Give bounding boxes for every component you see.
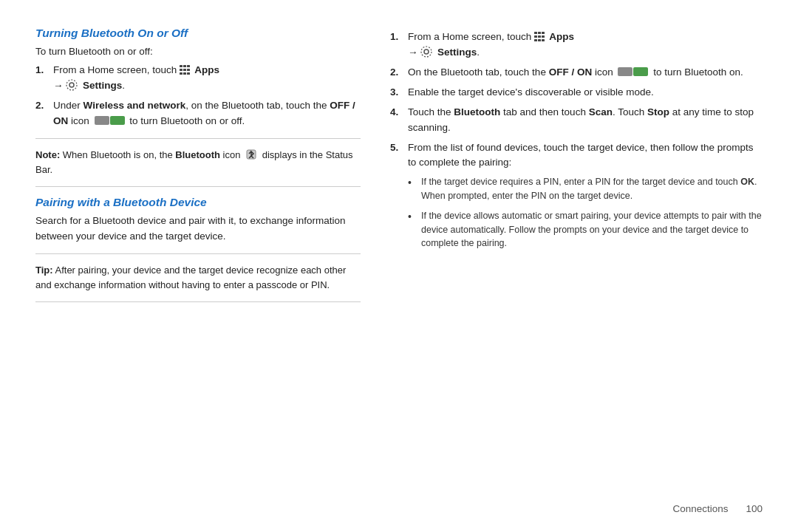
svg-point-0 (69, 83, 74, 87)
bluetooth-icon (245, 149, 257, 160)
section1-title: Turning Bluetooth On or Off (35, 27, 361, 40)
settings-icon-1 (66, 79, 78, 91)
left-column: Turning Bluetooth On or Off To turn Blue… (35, 27, 361, 505)
section1-steps: 1. From a Home screen, touch Apps → (35, 63, 361, 129)
divider-1 (35, 138, 361, 139)
apps-icon-1 (180, 65, 190, 75)
section-pairing: Pairing with a Bluetooth Device Search f… (35, 196, 361, 311)
svg-point-4 (421, 47, 432, 57)
right-steps: 1. From a Home screen, touch Apps → (390, 30, 763, 261)
toggle-icon-r2 (618, 67, 648, 76)
svg-point-3 (424, 50, 429, 54)
right-step-2: 2. On the Bluetooth tab, touch the OFF /… (390, 65, 763, 81)
right-column: 1. From a Home screen, touch Apps → (390, 27, 763, 505)
right-step-4: 4. Touch the Bluetooth tab and then touc… (390, 105, 763, 136)
settings-icon-r1 (420, 46, 432, 58)
section2-body: Search for a Bluetooth device and pair w… (35, 214, 361, 245)
bullet-list: • If the target device requires a PIN, e… (408, 175, 763, 250)
footer-label: Connections (672, 503, 728, 514)
footer: Connections 100 (672, 503, 763, 514)
divider-4 (35, 301, 361, 302)
step1: 1. From a Home screen, touch Apps → (35, 63, 361, 94)
right-step-3: 3. Enable the target device's discoverab… (390, 85, 763, 100)
right-step-1: 1. From a Home screen, touch Apps → (390, 30, 763, 61)
section1-intro: To turn Bluetooth on or off: (35, 44, 361, 60)
divider-2 (35, 186, 361, 187)
section2-title: Pairing with a Bluetooth Device (35, 196, 361, 209)
bullet-item-1: • If the target device requires a PIN, e… (408, 175, 763, 203)
tip-box: Tip: After pairing, your device and the … (35, 263, 361, 293)
step2: 2. Under Wireless and network, on the Bl… (35, 98, 361, 129)
divider-3 (35, 253, 361, 254)
footer-page: 100 (746, 503, 763, 514)
section-turning-bluetooth: Turning Bluetooth On or Off To turn Blue… (35, 27, 361, 196)
note-box: Note: When Bluetooth is on, the Bluetoot… (35, 148, 361, 177)
right-step-5: 5. From the list of found devices, touch… (390, 140, 763, 257)
toggle-icon-1 (95, 116, 125, 125)
bullet-item-2: • If the device allows automatic or smar… (408, 209, 763, 250)
svg-point-1 (66, 80, 77, 90)
apps-icon-r1 (534, 32, 545, 42)
